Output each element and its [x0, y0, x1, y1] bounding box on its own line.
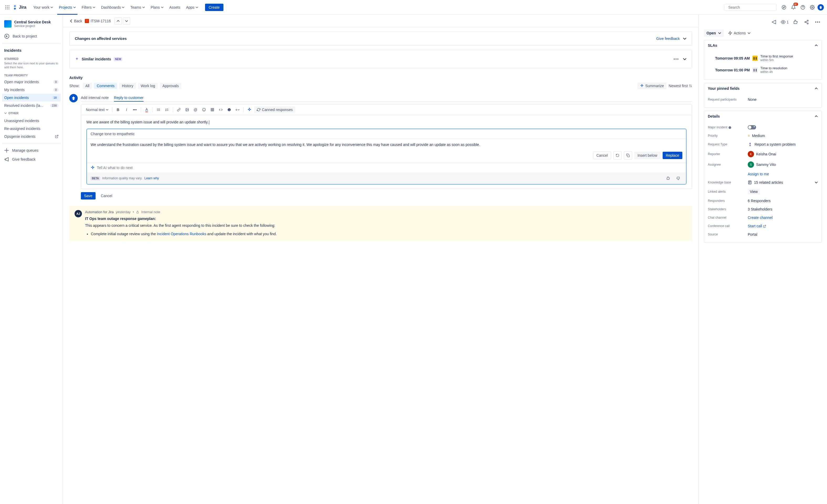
queue-my-incidents[interactable]: My incidents0	[2, 86, 61, 94]
start-call-link[interactable]: Start call	[748, 224, 766, 228]
save-button[interactable]: Save	[81, 192, 96, 200]
view-alerts-button[interactable]: View	[748, 189, 760, 195]
nav-your-work[interactable]: Your work	[31, 4, 56, 11]
notifications-icon[interactable]: 9+	[789, 3, 797, 11]
bullet-list-button[interactable]	[155, 106, 162, 113]
ai-cancel-button[interactable]: Cancel	[593, 151, 612, 159]
numbered-list-button[interactable]	[163, 106, 171, 113]
queue-opsgenie[interactable]: Opsgenie incidents	[2, 133, 61, 141]
queue-open-major[interactable]: Open major incidents0	[2, 78, 61, 86]
status-dropdown[interactable]: Open	[704, 30, 724, 37]
feedback-icon[interactable]	[770, 18, 778, 26]
text-style-select[interactable]: Normal text	[84, 107, 110, 113]
profile-avatar[interactable]	[818, 4, 824, 10]
chevron-down-icon[interactable]	[683, 57, 687, 61]
manage-queues[interactable]: Manage queues	[2, 146, 61, 155]
create-channel-link[interactable]: Create channel	[748, 215, 773, 220]
nav-assets[interactable]: Assets	[167, 4, 183, 11]
tab-reply-customer[interactable]: Reply to customer	[114, 94, 144, 101]
next-issue-button[interactable]	[123, 17, 130, 25]
field-stakeholders[interactable]: Stakeholders 3 Stakeholders	[708, 205, 818, 213]
ai-copy-button[interactable]	[624, 151, 632, 160]
ai-next-prompt[interactable]: Tell AI what to do next	[87, 163, 686, 172]
field-request-participants[interactable]: Request participants None	[708, 95, 818, 104]
like-icon[interactable]	[791, 18, 800, 26]
mention-button[interactable]: @	[192, 106, 199, 113]
bold-button[interactable]: B	[114, 106, 122, 113]
more-formatting-button[interactable]: •••	[131, 106, 139, 113]
summarize-button[interactable]: Summarize	[637, 83, 667, 89]
nav-projects[interactable]: Projects	[56, 4, 79, 11]
chevron-down-icon[interactable]	[683, 37, 687, 40]
info-icon[interactable]	[728, 126, 731, 129]
nav-plans[interactable]: Plans	[148, 4, 166, 11]
assign-to-me-link[interactable]: Assign to me	[748, 172, 769, 176]
back-button[interactable]: Back	[69, 19, 82, 23]
field-assignee[interactable]: Assignee SSammy Vito	[708, 159, 818, 170]
search-input[interactable]	[728, 5, 774, 9]
field-request-type[interactable]: Request Type Report a system problem	[708, 140, 818, 149]
tab-comments[interactable]: Comments	[94, 83, 117, 89]
project-header[interactable]: Central Service Desk Service project	[2, 19, 61, 32]
info-button[interactable]	[226, 106, 233, 113]
slas-header[interactable]: SLAs	[704, 40, 822, 51]
queue-resolved[interactable]: Resolved incidents (la...238	[2, 102, 61, 109]
thumbs-up-icon[interactable]	[664, 174, 672, 183]
jira-logo[interactable]: Jira	[13, 5, 26, 10]
ai-button[interactable]	[246, 106, 253, 113]
share-icon[interactable]	[802, 18, 811, 26]
give-feedback[interactable]: Give feedback	[2, 155, 61, 164]
help-icon[interactable]	[799, 3, 807, 11]
more-icon[interactable]	[813, 18, 822, 26]
app-switcher-icon[interactable]	[3, 3, 11, 11]
table-button[interactable]	[209, 106, 216, 113]
nav-dashboards[interactable]: Dashboards	[98, 4, 127, 11]
tab-history[interactable]: History	[119, 83, 136, 89]
nav-filters[interactable]: Filters	[79, 4, 98, 11]
discover-icon[interactable]	[780, 3, 788, 11]
canned-responses-button[interactable]: Canned responses	[254, 106, 296, 113]
ai-retry-button[interactable]	[613, 151, 622, 160]
give-feedback-link[interactable]: Give feedback	[656, 37, 680, 41]
tab-all[interactable]: All	[83, 83, 92, 89]
back-to-project[interactable]: Back to project	[2, 32, 61, 41]
queue-open-incidents[interactable]: Open incidents18	[2, 94, 61, 102]
search-box[interactable]	[724, 4, 777, 11]
add-more-button[interactable]: +	[234, 106, 241, 113]
tab-approvals[interactable]: Approvals	[160, 83, 182, 89]
nav-teams[interactable]: Teams	[128, 4, 147, 11]
field-knowledge-base[interactable]: Knowledge base 15 related articles	[708, 178, 818, 187]
watch-button[interactable]: 1	[781, 20, 789, 24]
field-priority[interactable]: Priority ≡Medium	[708, 132, 818, 140]
field-responders[interactable]: Responders 6 Responders	[708, 197, 818, 205]
image-button[interactable]	[184, 106, 191, 113]
pinned-header[interactable]: Your pinned fields	[704, 83, 822, 94]
other-toggle[interactable]: OTHER	[2, 109, 61, 117]
ai-replace-button[interactable]: Replace	[663, 152, 682, 159]
queue-reassigned[interactable]: Re-assigned incidents	[2, 125, 61, 133]
tab-internal-note[interactable]: Add internal note	[81, 94, 109, 101]
text-color-button[interactable]: A	[143, 106, 150, 113]
comment-author[interactable]: Automation for Jira	[85, 210, 114, 214]
link-button[interactable]	[175, 106, 183, 113]
code-button[interactable]	[217, 106, 225, 113]
field-reporter[interactable]: Reporter KKeisha Onai	[708, 149, 818, 159]
learn-why-link[interactable]: Learn why	[144, 177, 159, 180]
emoji-button[interactable]	[200, 106, 208, 113]
issue-key[interactable]: ! ITSM-17116	[85, 19, 111, 23]
major-incident-toggle[interactable]: ✕	[748, 125, 756, 130]
queue-unassigned[interactable]: Unassigned incidents	[2, 117, 61, 125]
runbooks-link[interactable]: Incident Operations Runbooks	[157, 232, 206, 236]
settings-icon[interactable]	[808, 3, 817, 11]
ai-insert-below-button[interactable]: Insert below	[634, 152, 660, 159]
editor-content[interactable]: We are aware of the billing system issue…	[81, 115, 692, 189]
tab-worklog[interactable]: Work log	[138, 83, 158, 89]
thumbs-down-icon[interactable]	[674, 174, 682, 183]
prev-issue-button[interactable]	[114, 17, 122, 25]
italic-button[interactable]: I	[123, 106, 130, 113]
cancel-button[interactable]: Cancel	[98, 192, 115, 200]
nav-apps[interactable]: Apps	[184, 4, 201, 11]
sort-button[interactable]: Newest first	[669, 84, 692, 88]
more-actions-icon[interactable]	[672, 55, 680, 63]
details-header[interactable]: Details	[704, 111, 822, 121]
